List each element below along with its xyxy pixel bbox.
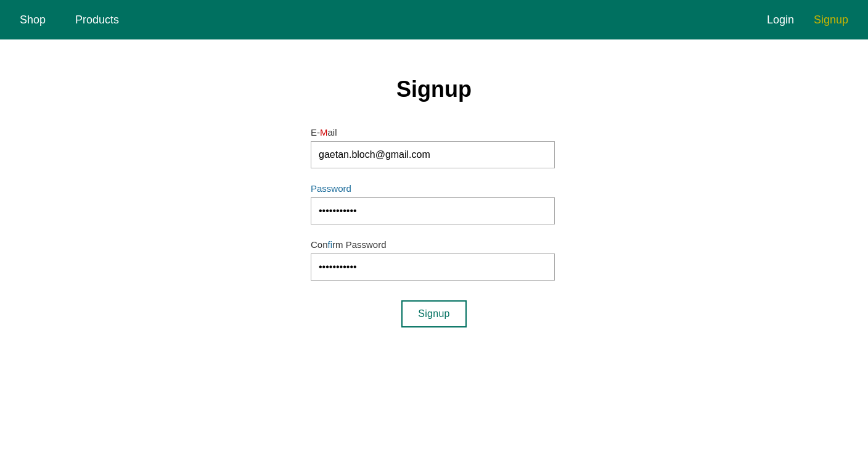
email-field[interactable] (311, 141, 555, 168)
signup-form: E-Mail Password Confirm Password Signup (311, 127, 557, 327)
nav-shop[interactable]: Shop (20, 14, 46, 27)
confirm-password-group: Confirm Password (311, 239, 557, 281)
navbar: Shop Products Login Signup (0, 0, 868, 39)
password-label: Password (311, 183, 557, 194)
email-group: E-Mail (311, 127, 557, 168)
signup-button[interactable]: Signup (401, 300, 467, 327)
nav-left: Shop Products (20, 14, 119, 27)
page-title: Signup (396, 76, 472, 102)
nav-login[interactable]: Login (767, 14, 794, 27)
confirm-password-label: Confirm Password (311, 239, 557, 250)
password-group: Password (311, 183, 557, 224)
confirm-password-field[interactable] (311, 253, 555, 281)
nav-signup[interactable]: Signup (814, 14, 848, 27)
nav-products[interactable]: Products (75, 14, 119, 27)
password-field[interactable] (311, 197, 555, 224)
nav-right: Login Signup (767, 14, 848, 27)
email-label: E-Mail (311, 127, 557, 138)
main-content: Signup E-Mail Password Confirm Password … (0, 39, 868, 327)
